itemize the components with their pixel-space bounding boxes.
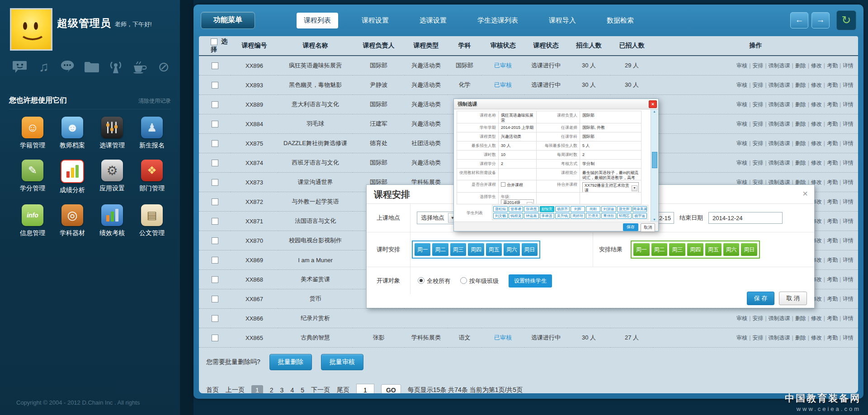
app-info-mgmt[interactable]: info信息管理 xyxy=(13,204,52,237)
op-force-select[interactable]: 强制选课 xyxy=(769,101,790,108)
select-all-checkbox[interactable] xyxy=(211,38,217,45)
student-chip[interactable]: 刘文畅 xyxy=(493,213,508,219)
op-edit[interactable]: 修改 xyxy=(811,140,822,146)
op-detail[interactable]: 详情 xyxy=(843,257,854,263)
op-edit[interactable]: 修改 xyxy=(811,160,822,166)
op-detail[interactable]: 详情 xyxy=(843,198,854,205)
tab-course-list[interactable]: 课程列表 xyxy=(297,13,338,28)
op-delete[interactable]: 删除 xyxy=(795,335,806,341)
merge-course-select[interactable]: XX792播音主持艺术欣赏课▼ xyxy=(582,182,639,193)
op-detail[interactable]: 详情 xyxy=(843,276,854,283)
refresh-icon[interactable]: ↻ xyxy=(836,10,856,30)
forward-arrow-button[interactable]: → xyxy=(811,12,830,28)
app-course-selection[interactable]: 选课管理 xyxy=(92,117,132,150)
op-detail[interactable]: 详情 xyxy=(843,179,854,185)
app-app-settings[interactable]: ⚙应用设置 xyxy=(92,160,132,194)
student-chip[interactable]: 黄佳欣 xyxy=(601,213,616,219)
page-number-3[interactable]: 3 xyxy=(280,387,284,393)
op-delete[interactable]: 删除 xyxy=(795,82,806,88)
student-chip[interactable]: 钱程龙 xyxy=(509,213,523,219)
weekday-chip[interactable]: 周六 xyxy=(504,243,519,256)
coffee-icon[interactable] xyxy=(132,59,148,75)
op-edit[interactable]: 修改 xyxy=(811,315,822,321)
op-detail[interactable]: 详情 xyxy=(843,237,854,244)
op-force-select[interactable]: 强制选课 xyxy=(769,62,790,69)
op-review[interactable]: 审核 xyxy=(736,335,747,341)
student-chip[interactable]: 周康美惠 xyxy=(632,206,647,212)
op-review[interactable]: 审核 xyxy=(736,82,747,88)
student-chip[interactable]: 刘辉 xyxy=(571,206,585,212)
save-button[interactable]: 保 存 xyxy=(747,292,775,305)
weekday-chip[interactable]: 周二 xyxy=(432,243,448,256)
op-delete[interactable]: 删除 xyxy=(795,62,806,69)
op-edit[interactable]: 修改 xyxy=(811,62,822,69)
op-detail[interactable]: 详情 xyxy=(843,121,854,127)
folder-icon[interactable] xyxy=(84,59,100,75)
op-review[interactable]: 审核 xyxy=(736,62,747,69)
op-edit[interactable]: 修改 xyxy=(811,82,822,88)
scrollbar[interactable]: ▲ ▼ xyxy=(651,109,658,222)
tab-course-import[interactable]: 课程导入 xyxy=(542,13,583,28)
student-chip[interactable]: 刘源迪 xyxy=(601,206,616,212)
student-chip[interactable]: 周婷玲 xyxy=(571,213,585,219)
chat-bubble-icon[interactable] xyxy=(60,59,76,75)
page-prev[interactable]: 上一页 xyxy=(226,386,245,393)
op-force-select[interactable]: 强制选课 xyxy=(769,82,790,88)
op-attendance[interactable]: 考勤 xyxy=(827,62,838,69)
special-students-button[interactable]: 设置特殊学生 xyxy=(509,274,552,288)
op-review[interactable]: 审核 xyxy=(736,121,747,127)
row-checkbox[interactable] xyxy=(212,179,218,186)
app-subject-equipment[interactable]: ◎学科器材 xyxy=(52,204,92,237)
student-chip[interactable]: 管界睿 xyxy=(509,206,523,212)
weekday-chip[interactable]: 周四 xyxy=(468,243,484,256)
op-review[interactable]: 审核 xyxy=(736,140,747,146)
op-attendance[interactable]: 考勤 xyxy=(827,82,838,88)
student-chip[interactable]: 唐松灿 xyxy=(493,206,508,212)
page-number-5[interactable]: 5 xyxy=(301,387,304,393)
app-credit-mgmt[interactable]: ✎学分管理 xyxy=(13,160,52,194)
op-attendance[interactable]: 考勤 xyxy=(827,335,838,341)
op-detail[interactable]: 详情 xyxy=(843,82,854,88)
op-detail[interactable]: 详情 xyxy=(843,101,854,108)
row-checkbox[interactable] xyxy=(212,82,218,89)
student-chip[interactable]: 兰倩天 xyxy=(586,213,600,219)
op-force-select[interactable]: 强制选课 xyxy=(769,315,790,321)
merge-checkbox[interactable] xyxy=(501,182,505,187)
student-chip[interactable]: 赵恒宜 xyxy=(540,206,554,212)
row-checkbox[interactable] xyxy=(212,140,218,147)
app-document-mgmt[interactable]: ▤公文管理 xyxy=(132,204,172,237)
page-first[interactable]: 首页 xyxy=(206,386,219,393)
op-delete[interactable]: 删除 xyxy=(795,101,806,108)
tab-course-settings[interactable]: 课程设置 xyxy=(354,13,396,28)
op-detail[interactable]: 详情 xyxy=(843,218,854,224)
row-checkbox[interactable] xyxy=(212,101,218,108)
row-checkbox[interactable] xyxy=(212,315,218,322)
row-checkbox[interactable] xyxy=(212,335,218,341)
app-performance-review[interactable]: 绩效考核 xyxy=(92,204,132,237)
op-review[interactable]: 审核 xyxy=(736,160,747,166)
scrollbar-thumb[interactable] xyxy=(652,152,657,168)
op-attendance[interactable]: 考勤 xyxy=(827,218,838,224)
op-arrange[interactable]: 安排 xyxy=(752,82,763,88)
op-attendance[interactable]: 考勤 xyxy=(827,237,838,244)
page-last[interactable]: 尾页 xyxy=(337,386,349,393)
app-score-analysis[interactable]: 成绩分析 xyxy=(52,160,92,194)
go-button[interactable]: GO xyxy=(381,384,401,393)
student-chip[interactable]: 杨原齐 xyxy=(555,206,570,212)
op-review[interactable]: 审核 xyxy=(736,315,747,321)
broadcast-icon[interactable] xyxy=(108,59,124,75)
block-icon[interactable]: ⊘ xyxy=(156,59,172,75)
tab-student-selection-list[interactable]: 学生选课列表 xyxy=(470,13,525,28)
op-attendance[interactable]: 考勤 xyxy=(827,121,838,127)
tab-selection-settings[interactable]: 选课设置 xyxy=(412,13,454,28)
cancel-button[interactable]: 取 消 xyxy=(779,292,807,305)
op-arrange[interactable]: 安排 xyxy=(752,62,763,69)
student-chip[interactable]: 尚刚 xyxy=(586,206,600,212)
weekday-chip[interactable]: 周五 xyxy=(486,243,502,256)
page-number-4[interactable]: 4 xyxy=(290,387,294,393)
radio-all-school[interactable]: 全校所有 xyxy=(418,277,460,285)
weekday-chip[interactable]: 周日 xyxy=(522,243,538,256)
row-checkbox[interactable] xyxy=(212,218,218,225)
op-detail[interactable]: 详情 xyxy=(843,335,854,341)
end-date-input[interactable]: 2014-12-24 xyxy=(708,212,783,224)
